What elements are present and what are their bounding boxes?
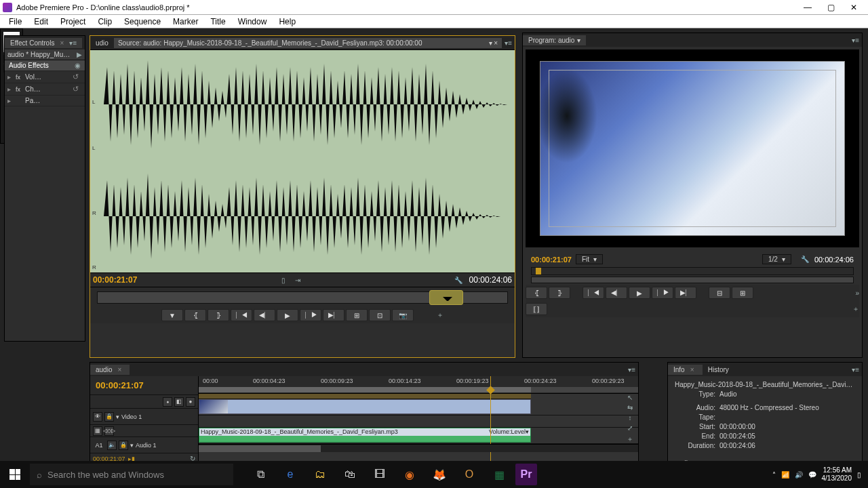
mark-in-button[interactable]: ⦃ [526,287,547,299]
disclosure-icon[interactable]: ▸ [7,97,16,104]
work-area-bar[interactable] [199,387,531,392]
program-position-bar[interactable] [531,267,854,275]
program-zoom-bar[interactable] [531,277,854,283]
source-timecode-in[interactable]: 00:00:21:07 [93,275,137,285]
program-video-display[interactable] [526,49,859,247]
resolution-dropdown[interactable]: 1/2▾ [762,254,791,264]
program-playhead[interactable] [536,268,541,274]
taskbar-clock[interactable]: 12:56 AM 4/13/2020 [822,466,852,483]
add-button-icon[interactable]: ＋ [437,310,443,320]
menu-clip[interactable]: Clip [92,16,118,28]
wrench-icon[interactable]: 🔧 [454,277,462,284]
reset-icon[interactable]: ↺ [73,85,82,94]
toggle-output-icon[interactable]: 👁 [93,412,102,422]
menu-help[interactable]: Help [273,16,302,28]
tab-info[interactable]: Info× [668,365,703,375]
trim-button[interactable]: ⟦⟧ [526,303,547,315]
extract-button[interactable]: ⊞ [732,287,753,299]
system-tray[interactable]: ˄ 📶 🔊 💬 12:56 AM 4/13/2020 ▯ [766,466,869,483]
sync-lock-icon[interactable]: 🔒 [119,441,128,450]
menu-title[interactable]: Title [204,16,231,28]
tab-effect-controls[interactable]: Effect Controls × ▾≡ [5,38,82,48]
go-to-out-button[interactable]: ▶⎸ [675,287,696,299]
panel-menu-icon[interactable]: ▾≡ [849,366,862,373]
go-to-out-button[interactable]: ▶⎸ [323,309,344,321]
tab-source-clip[interactable]: Source: audio: Happy_Music-2018-09-18_-_… [114,38,502,48]
effect-row-volume[interactable]: ▸ fx Vol… ↺ [5,71,85,83]
clip-display-icon[interactable]: ▯ [281,277,285,284]
play-button[interactable]: ▶ [629,287,650,299]
audio-clip[interactable]: Happy_Music-2018-09-18_-_Beautiful_Memor… [199,428,531,443]
track-target-icon[interactable]: ▦ [93,426,102,436]
step-forward-button[interactable]: ⎸▶ [652,287,673,299]
source-waveform[interactable]: L L R R [90,49,515,273]
go-to-in-button[interactable]: ⎸◀ [231,309,252,321]
go-to-in-button[interactable]: ⎸◀ [583,287,604,299]
media-app-icon[interactable]: 🎞 [366,461,393,488]
tab-source-short[interactable]: udio [90,38,114,48]
tab-timeline-sequence[interactable]: audio× [90,365,130,375]
file-explorer-icon[interactable]: 🗂 [307,461,334,488]
timeline-scrollbar[interactable] [199,444,638,452]
zoom-tool-icon[interactable]: ↕ [629,414,632,422]
chevron-right-icon[interactable]: ▶ [77,51,82,58]
step-back-button[interactable]: ◀⎸ [254,309,275,321]
start-button[interactable] [0,461,30,488]
step-forward-button[interactable]: ⎸▶ [300,309,321,321]
menu-project[interactable]: Project [54,16,92,28]
menu-window[interactable]: Window [232,16,273,28]
opera-icon[interactable]: O [456,461,483,488]
notification-icon[interactable]: 💬 [808,471,816,479]
ripple-tool-icon[interactable]: ⇆ [627,404,633,411]
tab-history[interactable]: History [703,365,734,375]
insert-button[interactable]: ⊞ [346,309,368,321]
linked-selection-icon[interactable]: ◧ [174,397,184,407]
tab-program[interactable]: Program: audio ▾ [523,35,586,45]
action-center-icon[interactable]: ▯ [857,471,861,479]
close-icon[interactable]: × [57,39,66,47]
volume-icon[interactable]: 🔊 [795,471,803,479]
menu-marker[interactable]: Marker [167,16,204,28]
video-clip[interactable] [199,399,531,414]
mark-out-button[interactable]: ⦄ [549,287,570,299]
excel-icon[interactable]: ▦ [486,461,513,488]
selection-tool-icon[interactable]: ↖ [627,394,633,401]
taskbar-search[interactable]: ⌕ Search the web and Windows [30,464,233,485]
effect-row-panner[interactable]: ▸ Pa… [5,96,85,106]
panel-menu-icon[interactable]: ▾≡ [849,37,862,44]
play-button[interactable]: ▶ [277,309,298,321]
store-icon[interactable]: 🛍 [336,461,363,488]
mark-in-button[interactable]: ⦃ [184,309,206,321]
tray-chevron-icon[interactable]: ˄ [772,471,776,479]
maximize-button[interactable]: ▢ [819,2,842,13]
overwrite-button[interactable]: ⊡ [369,309,391,321]
effect-row-channel[interactable]: ▸ fx Ch… ↺ [5,83,85,96]
toggle-keyframes-icon[interactable]: ◉ [75,62,81,69]
timeline-ruler[interactable]: 00:00 00:00:04:23 00:00:09:23 00:00:14:2… [199,376,638,394]
more-icon[interactable]: » [855,289,859,297]
zoom-fit-dropdown[interactable]: Fit▾ [576,254,603,264]
wrench-icon[interactable]: 🔧 [801,256,809,263]
keyframe-nav-icon[interactable]: ◁◇▷ [104,426,114,436]
lift-button[interactable]: ⊟ [709,287,730,299]
add-marker-button[interactable]: ▼ [161,309,183,321]
audio-track-1[interactable]: Happy_Music-2018-09-18_-_Beautiful_Memor… [199,428,638,444]
panel-menu-icon[interactable]: ▾≡ [502,39,515,47]
disclosure-icon[interactable]: ▸ [7,73,16,81]
drag-audio-icon[interactable]: ⇥ [295,277,300,284]
groove-icon[interactable]: ◉ [396,461,423,488]
audio-track-header[interactable]: A1 🔈 🔒 ▾ Audio 1 [90,436,198,453]
menu-edit[interactable]: Edit [28,16,54,28]
network-icon[interactable]: 📶 [781,471,789,479]
sync-lock-icon[interactable]: 🔒 [104,412,114,422]
track-id[interactable]: A1 [93,442,105,449]
reset-icon[interactable]: ↺ [73,73,82,81]
panel-menu-icon[interactable]: ▾≡ [625,366,638,373]
task-view-icon[interactable]: ⧉ [247,461,274,488]
mute-icon[interactable]: 🔈 [107,441,117,450]
minimize-button[interactable]: — [796,2,819,13]
menu-sequence[interactable]: Sequence [118,16,167,28]
program-timecode-in[interactable]: 00:00:21:07 [531,256,572,264]
source-scrub-bar[interactable] [90,287,515,307]
close-button[interactable]: ✕ [842,2,865,13]
